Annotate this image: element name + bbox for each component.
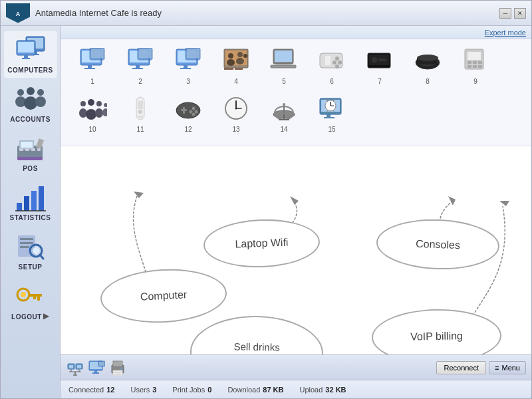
minimize-button[interactable]: ─ [499, 8, 511, 19]
network-toolbar-icon[interactable] [66, 358, 84, 377]
status-upload: Upload 32 KB [299, 386, 346, 394]
svg-line-36 [40, 255, 43, 259]
svg-point-124 [283, 103, 285, 106]
svg-point-111 [190, 110, 193, 114]
svg-point-66 [243, 54, 247, 58]
reconnect-button[interactable]: Reconnect [436, 361, 486, 374]
svg-rect-24 [35, 138, 43, 149]
device-15[interactable]: 15 [308, 92, 356, 140]
logout-row: LOGOUT ▶ [11, 311, 49, 321]
svg-point-98 [104, 103, 107, 107]
device-2[interactable]: 2 [116, 45, 164, 92]
menu-button[interactable]: ≡ Menu [489, 361, 526, 374]
sidebar-item-accounts[interactable]: ACCOUNTS [4, 80, 57, 127]
monitor-toolbar-icon[interactable] [87, 358, 106, 377]
device-12[interactable]: 12 [164, 92, 212, 140]
svg-point-11 [27, 87, 35, 95]
title-bar-controls: ─ ✕ [499, 8, 526, 19]
svg-point-77 [338, 61, 342, 65]
device-5[interactable]: 5 [260, 45, 308, 92]
device-11-icon [124, 92, 156, 124]
device-10-num: 10 [88, 126, 96, 133]
svg-rect-28 [39, 186, 44, 211]
canvas-area: Computer Laptop Wifi Sell drinksand snac… [61, 146, 531, 354]
device-7[interactable]: 7 [356, 45, 404, 92]
svg-rect-74 [325, 56, 331, 65]
svg-point-112 [195, 110, 198, 114]
device-3-icon [172, 45, 204, 76]
printer-toolbar-icon[interactable] [108, 358, 127, 377]
device-8[interactable]: 8 [404, 45, 452, 92]
device-5-num: 5 [282, 78, 286, 85]
svg-rect-31 [20, 238, 33, 240]
device-15-num: 15 [328, 126, 335, 133]
svg-point-95 [80, 101, 86, 106]
sidebar: COMPUTERS ACCOUNTS [1, 26, 61, 398]
device-3-num: 3 [186, 78, 190, 85]
svg-point-81 [372, 57, 377, 63]
device-8-icon [412, 45, 444, 76]
svg-rect-73 [320, 53, 342, 68]
svg-point-14 [24, 96, 37, 110]
sidebar-item-pos[interactable]: POS [4, 130, 57, 176]
svg-rect-9 [22, 58, 30, 59]
download-value: 87 KB [263, 386, 283, 394]
device-3[interactable]: 3 [164, 45, 212, 92]
svg-point-96 [88, 99, 94, 106]
device-14[interactable]: 14 [260, 92, 308, 140]
device-1[interactable]: 1 [68, 45, 116, 92]
status-users: Users 3 [130, 386, 156, 394]
device-13[interactable]: 13 [212, 92, 260, 140]
upload-value: 32 KB [325, 386, 346, 394]
device-11[interactable]: 11 [116, 92, 164, 140]
svg-rect-90 [473, 61, 477, 64]
svg-rect-71 [271, 65, 296, 68]
device-9[interactable]: 9 [452, 45, 499, 92]
svg-rect-144 [77, 365, 81, 368]
upload-label: Upload [299, 386, 323, 394]
svg-point-101 [95, 108, 103, 118]
svg-rect-157 [113, 361, 122, 366]
svg-rect-41 [33, 297, 36, 299]
status-download: Download 87 KB [227, 386, 283, 394]
device-7-icon [364, 45, 396, 76]
device-4[interactable]: 4 [212, 45, 260, 92]
main-window: A Antamedia Internet Cafe is ready ─ ✕ [0, 0, 532, 399]
svg-rect-44 [88, 65, 92, 68]
svg-point-38 [21, 292, 26, 297]
accounts-icon [14, 84, 47, 114]
svg-point-105 [138, 110, 142, 114]
svg-rect-8 [24, 55, 28, 58]
svg-point-15 [35, 96, 46, 107]
status-connected: Connected 12 [68, 386, 114, 394]
label-voip: VoIP billing [371, 308, 501, 354]
svg-rect-93 [473, 65, 477, 68]
sidebar-item-setup[interactable]: SETUP [4, 228, 57, 275]
logout-icon [14, 281, 47, 311]
svg-point-10 [17, 89, 24, 96]
svg-marker-138 [448, 196, 456, 205]
menu-icon: ≡ [495, 364, 499, 372]
device-6[interactable]: 6 [308, 45, 356, 92]
svg-point-113 [192, 113, 196, 116]
svg-rect-51 [132, 68, 143, 69]
svg-rect-47 [91, 49, 103, 58]
device-10[interactable]: 10 [68, 92, 116, 140]
setup-icon [14, 232, 47, 262]
svg-rect-134 [327, 114, 331, 117]
statistics-icon [14, 183, 47, 213]
sidebar-accounts-label: ACCOUNTS [10, 116, 51, 123]
close-button[interactable]: ✕ [514, 8, 526, 19]
svg-rect-67 [224, 68, 233, 70]
svg-rect-158 [113, 370, 122, 376]
sidebar-item-logout[interactable]: LOGOUT ▶ [4, 277, 57, 325]
svg-rect-149 [73, 374, 77, 376]
sidebar-item-statistics[interactable]: STATISTICS [4, 179, 57, 225]
device-grid: 1 2 [61, 39, 531, 146]
status-bar: Connected 12 Users 3 Print Jobs 0 Downlo… [61, 380, 531, 398]
label-sell-drinks: Sell drinksand snacks [190, 315, 324, 354]
content-area: Expert mode [61, 26, 531, 398]
sidebar-item-computers[interactable]: COMPUTERS [4, 31, 57, 78]
expert-mode-link[interactable]: Expert mode [485, 29, 526, 37]
svg-point-35 [33, 247, 39, 254]
